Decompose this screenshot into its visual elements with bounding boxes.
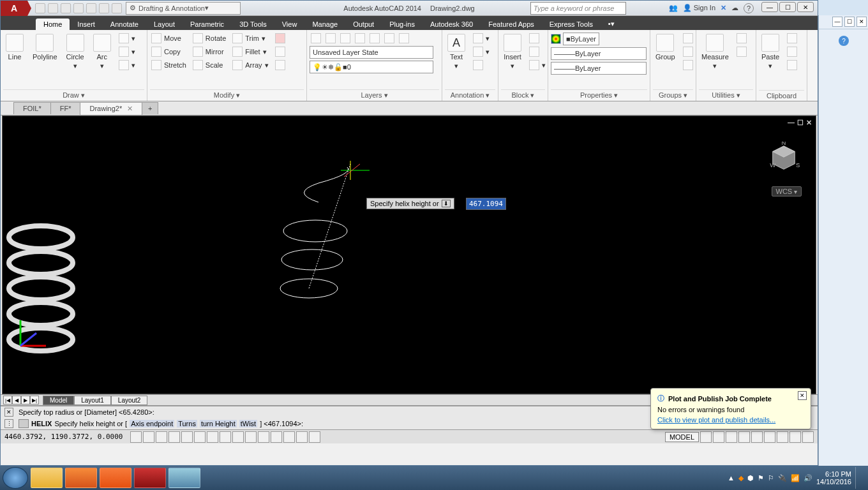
drawing-viewport[interactable]: — ☐ ✕ N W S WCS ▾	[2, 115, 816, 394]
qat-new-icon[interactable]	[35, 3, 45, 13]
vp-maximize-icon[interactable]: ☐	[797, 119, 804, 127]
tray-action-icon[interactable]: ⚐	[768, 474, 774, 482]
balloon-close-icon[interactable]: ✕	[798, 391, 807, 400]
dim-button[interactable]: ▾	[472, 33, 491, 44]
coordinates[interactable]: 4460.3792, 1190.3772, 0.0000	[4, 433, 123, 441]
tab-model[interactable]: Model	[43, 396, 74, 405]
tab-layout2[interactable]: Layout2	[111, 396, 148, 405]
annovis-icon[interactable]	[738, 431, 750, 443]
infocenter-icon[interactable]: 👥	[669, 4, 678, 12]
restore-button[interactable]: ☐	[779, 2, 796, 12]
circle-button[interactable]: Circle▾	[64, 33, 87, 71]
task-autocad[interactable]	[134, 468, 166, 488]
tab-overflow[interactable]: ▪▾	[601, 18, 622, 30]
polyline-button[interactable]: Polyline	[30, 33, 60, 62]
tpy-toggle[interactable]	[258, 431, 269, 443]
balloon-link[interactable]: Click to view plot and publish details..…	[657, 416, 775, 424]
signin-button[interactable]: 👤 Sign In	[683, 4, 715, 12]
av-toggle[interactable]	[309, 431, 320, 443]
task-xampp[interactable]	[100, 468, 131, 488]
tray-clock[interactable]: 6:10 PM14/10/2016	[816, 470, 851, 486]
new-tab-button[interactable]: +	[142, 102, 158, 114]
panel-properties-title[interactable]: Properties ▾	[551, 89, 647, 101]
layout-last-icon[interactable]: ▶|	[30, 396, 39, 405]
wcs-label[interactable]: WCS ▾	[772, 186, 802, 197]
otrack-toggle[interactable]	[207, 431, 218, 443]
tab-insert[interactable]: Insert	[70, 19, 103, 30]
vp-close-icon[interactable]: ✕	[806, 119, 812, 127]
layout-prev-icon[interactable]: ◀	[12, 396, 21, 405]
annoscale-icon[interactable]	[726, 431, 737, 443]
dynamic-input[interactable]: 467.1094	[466, 198, 506, 210]
panel-groups-title[interactable]: Groups ▾	[653, 89, 693, 101]
tab-layout1[interactable]: Layout1	[74, 396, 111, 405]
workspace-switch-icon[interactable]	[751, 431, 763, 443]
layer-iso-button[interactable]	[310, 33, 322, 44]
tab-annotate[interactable]: Annotate	[103, 19, 146, 30]
tab-3dtools[interactable]: 3D Tools	[232, 19, 274, 30]
app-logo[interactable]: A	[1, 1, 27, 16]
panel-annotation-title[interactable]: Annotation ▾	[445, 89, 495, 101]
layout-first-icon[interactable]: |◀	[3, 396, 12, 405]
tab-ff[interactable]: FF*	[50, 102, 81, 114]
qat-save-icon[interactable]	[61, 3, 71, 13]
search-input[interactable]: Type a keyword or phrase	[530, 2, 626, 15]
lineweight-dropdown[interactable]: ——— ByLayer	[551, 47, 647, 60]
tray-up-icon[interactable]: ▲	[728, 474, 735, 482]
panel-layers-title[interactable]: Layers ▾	[310, 89, 439, 101]
sc-toggle[interactable]	[283, 431, 295, 443]
layerstate-dropdown[interactable]: Unsaved Layer State	[310, 46, 433, 59]
arc-button[interactable]: Arc▾	[91, 33, 114, 71]
tray-app1-icon[interactable]: ◆	[738, 474, 744, 482]
panel-draw-title[interactable]: Draw ▾	[3, 89, 144, 101]
insert-button[interactable]: Insert▾	[501, 33, 524, 71]
quickview-drawings-icon[interactable]	[713, 431, 724, 443]
offset-button[interactable]	[274, 59, 287, 71]
leader-button[interactable]: ▾	[472, 46, 491, 57]
edit-block-button[interactable]	[528, 46, 547, 57]
panel-block-title[interactable]: Block ▾	[501, 89, 545, 101]
vp-minimize-icon[interactable]: —	[788, 119, 795, 127]
grid-toggle[interactable]	[143, 431, 154, 443]
bg-close-icon[interactable]: ✕	[857, 17, 867, 27]
tab-output[interactable]: Output	[345, 19, 382, 30]
color-dropdown[interactable]: ■ ByLayer	[563, 33, 599, 45]
tray-volume-icon[interactable]: 🔊	[804, 474, 812, 482]
layer-lock-button[interactable]	[339, 33, 352, 44]
tab-close-icon[interactable]: ✕	[127, 105, 133, 112]
stretch-button[interactable]: Stretch	[150, 59, 188, 71]
layer-freeze-button[interactable]	[324, 33, 337, 44]
fillet-button[interactable]: Fillet ▾	[231, 46, 269, 57]
array-button[interactable]: Array ▾	[231, 59, 269, 71]
layer-off-button[interactable]	[354, 33, 366, 44]
close-button[interactable]: ✕	[797, 2, 814, 12]
snap-toggle[interactable]	[130, 431, 142, 443]
explode-button[interactable]	[274, 46, 287, 57]
bg-min-icon[interactable]: —	[832, 17, 842, 27]
dyn-toggle[interactable]	[232, 431, 244, 443]
cut-button[interactable]	[786, 33, 798, 44]
ducs-toggle[interactable]	[220, 431, 231, 443]
group-button[interactable]: Group	[653, 33, 678, 62]
tab-featured[interactable]: Featured Apps	[481, 19, 542, 30]
text-button[interactable]: AText▾	[445, 33, 468, 71]
viewcube[interactable]: N W S	[767, 142, 800, 175]
polygon-button[interactable]: ▾	[117, 33, 137, 44]
task-explorer[interactable]	[31, 468, 63, 488]
toolbar-lock-icon[interactable]	[764, 431, 775, 443]
am-toggle[interactable]	[296, 431, 308, 443]
trim-button[interactable]: Trim ▾	[231, 33, 269, 44]
tab-parametric[interactable]: Parametric	[183, 19, 232, 30]
layer-dropdown[interactable]: 💡☀❄🔓■ 0	[310, 61, 433, 73]
cleanscreen-icon[interactable]	[802, 431, 814, 443]
qp-toggle[interactable]	[271, 431, 282, 443]
workspace-dropdown[interactable]: ⚙ Drafting & Annotation ▾	[126, 2, 241, 15]
qcalc-button[interactable]	[735, 46, 748, 57]
help-icon[interactable]: ?	[839, 36, 849, 46]
tab-a360[interactable]: Autodesk 360	[423, 19, 481, 30]
create-block-button[interactable]	[528, 33, 547, 44]
panel-utilities-title[interactable]: Utilities ▾	[699, 89, 753, 101]
line-button[interactable]: Line	[3, 33, 26, 62]
tab-drawing2[interactable]: Drawing2*✕	[80, 102, 142, 115]
attr-button[interactable]: ▾	[528, 59, 547, 71]
